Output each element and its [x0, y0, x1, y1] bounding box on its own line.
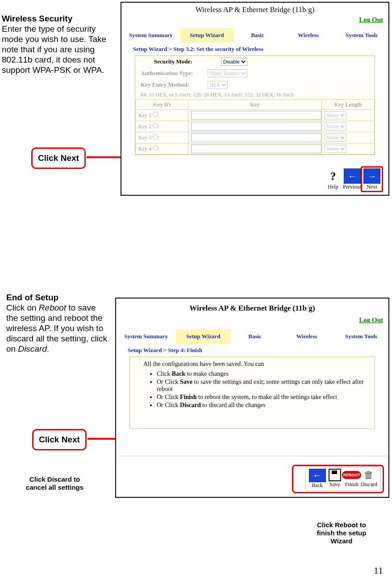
auth-type-select: Open System	[208, 69, 247, 77]
finish-item-2: Or Click Save to save the settings and e…	[157, 378, 375, 393]
key-row-3: Key 3 :None	[136, 132, 375, 143]
help-icon: ?	[325, 169, 341, 184]
nav-system-tools-1[interactable]: System Tools	[335, 28, 388, 42]
finish-item-1: Click Back to make changes	[157, 370, 375, 378]
security-mode-label: Security Mode:	[141, 58, 221, 65]
panel-1: Security Mode: Disable Authentication Ty…	[135, 55, 375, 155]
radio-icon[interactable]	[153, 112, 158, 117]
nav-wireless-2[interactable]: Wireless	[279, 329, 334, 344]
finish-list: Click Back to make changes Or Click Save…	[157, 370, 375, 409]
security-mode-select[interactable]: Disable	[221, 58, 247, 66]
finish-item-4: Or Click Discard to discard all the chan…	[157, 402, 375, 409]
key-row-1: Key 1 :None	[136, 110, 375, 121]
key-len-1: None	[325, 111, 346, 119]
page-number: 11	[374, 565, 383, 576]
radio-icon[interactable]	[153, 123, 158, 128]
col-key: Key	[188, 100, 322, 110]
wireless-security-text: Wireless Security Enter the type of secu…	[2, 13, 116, 75]
key-entry-label: Key Entry Method:	[141, 81, 208, 88]
router-title-2: Wireless AP & Ethernet Bridge (11b/g)	[116, 298, 388, 314]
breadcrumb-2: Setup Wizard > Step 4: Finish	[116, 344, 388, 357]
next-button-highlight-1	[361, 166, 383, 192]
end-of-setup-heading: End of Setup	[6, 293, 58, 302]
nav-system-summary-1[interactable]: System Summary	[121, 28, 180, 42]
nav-basic-1[interactable]: Basic	[234, 28, 282, 42]
key-row-2: Key 2 :None	[136, 121, 375, 132]
key-len-3: None	[325, 134, 346, 142]
discard-hint: Click Discard to cancel all settings	[22, 475, 87, 492]
help-button[interactable]: ? Help	[325, 169, 341, 190]
finish-item-3: Or Click Finish to reboot the system, to…	[157, 394, 375, 401]
click-next-callout-2: Click Next	[32, 429, 87, 450]
arrow-left-icon: ←	[344, 168, 361, 184]
auth-type-label: Authentication Type:	[141, 70, 208, 77]
key-input-4[interactable]	[191, 144, 322, 153]
logout-link-2[interactable]: Log Out	[359, 316, 383, 324]
router-title-1: Wireless AP & Ethernet Bridge (11b/g)	[121, 3, 388, 15]
click-next-callout-1: Click Next	[31, 147, 86, 169]
screenshot-1: Wireless AP & Ethernet Bridge (11b/g) Lo…	[121, 2, 389, 196]
nav-setup-wizard-1[interactable]: Setup Wizard	[180, 28, 234, 42]
key-len-2: None	[325, 122, 346, 130]
key-input-3[interactable]	[191, 133, 322, 142]
end-of-setup-text: End of Setup Click on Reboot to save the…	[6, 292, 108, 354]
nav-basic-2[interactable]: Basic	[230, 329, 279, 344]
reboot-hint: Click Reboot to finish the setup Wizard	[308, 521, 375, 545]
logout-link-1[interactable]: Log Out	[359, 16, 383, 24]
radio-icon[interactable]	[153, 145, 158, 151]
radio-icon[interactable]	[153, 134, 158, 139]
nav-system-summary-2[interactable]: System Summary	[116, 329, 176, 344]
breadcrumb-1: Setup Wizard > Step 3.2: Set the securit…	[121, 43, 388, 55]
key-row-4: Key 4 :None	[136, 143, 375, 155]
key-len-4: None	[325, 145, 346, 153]
panel-2: All the configurations have been saved. …	[129, 357, 375, 429]
wireless-security-heading: Wireless Security	[2, 14, 72, 23]
col-key-length: Key Length	[322, 100, 375, 110]
nav-setup-wizard-2[interactable]: Setup Wizard	[176, 329, 230, 344]
nav-bar-1: System Summary Setup Wizard Basic Wirele…	[121, 28, 388, 43]
nav-bar-2: System Summary Setup Wizard Basic Wirele…	[116, 329, 388, 344]
key-hint-line: 64: 10 HEX, or 5 Ascii; 128: 26 HEX, 13 …	[135, 91, 375, 99]
finish-bar-highlight	[292, 465, 384, 493]
key-table: Key ID Key Key Length Key 1 :None Key 2 …	[135, 99, 375, 155]
key-input-2[interactable]	[191, 122, 322, 131]
previous-button[interactable]: ← Previous	[343, 168, 362, 190]
wireless-security-body: Enter the type of security mode you wish…	[2, 24, 106, 75]
finish-message: All the configurations have been saved. …	[130, 357, 375, 368]
nav-wireless-1[interactable]: Wireless	[282, 28, 335, 42]
col-key-id: Key ID	[136, 100, 188, 110]
nav-system-tools-2[interactable]: System Tools	[334, 329, 388, 344]
key-entry-select: HEX	[208, 81, 228, 89]
screenshot-2: Wireless AP & Ethernet Bridge (11b/g) Lo…	[115, 298, 389, 498]
key-input-1[interactable]	[191, 111, 322, 120]
